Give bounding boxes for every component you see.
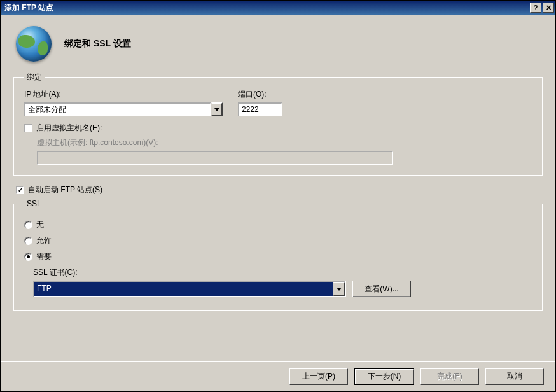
close-button[interactable]: ✕ bbox=[543, 3, 554, 13]
port-label: 端口(O): bbox=[238, 89, 282, 100]
ssl-cert-label: SSL 证书(C): bbox=[33, 268, 78, 277]
ip-address-label: IP 地址(A): bbox=[24, 89, 223, 100]
wizard-footer: 上一页(P) 下一步(N) 完成(F) 取消 bbox=[1, 361, 555, 391]
cancel-button[interactable]: 取消 bbox=[485, 368, 544, 385]
ssl-legend: SSL bbox=[24, 199, 44, 208]
check-icon: ✓ bbox=[18, 187, 23, 193]
finish-button: 完成(F) bbox=[420, 368, 479, 385]
ssl-none-radio[interactable] bbox=[24, 221, 32, 229]
ssl-require-label: 需要 bbox=[36, 251, 52, 262]
chevron-down-icon bbox=[337, 288, 342, 291]
enable-vhost-label: 启用虚拟主机名(E): bbox=[36, 123, 102, 134]
auto-start-checkbox[interactable]: ✓ bbox=[16, 186, 24, 194]
binding-group: 绑定 IP 地址(A): 端口(O): bbox=[13, 72, 543, 176]
view-cert-button[interactable]: 查看(W)... bbox=[352, 281, 411, 297]
wizard-header: 绑定和 SSL 设置 bbox=[13, 21, 543, 72]
ssl-cert-value: FTP bbox=[34, 282, 333, 296]
chevron-down-icon bbox=[214, 108, 219, 111]
auto-start-label: 自动启动 FTP 站点(S) bbox=[28, 185, 102, 195]
enable-vhost-checkbox[interactable] bbox=[24, 124, 32, 132]
ip-address-input[interactable] bbox=[24, 102, 211, 116]
ip-address-combo[interactable] bbox=[24, 102, 223, 116]
ssl-cert-dropdown-button[interactable] bbox=[333, 282, 345, 296]
previous-button[interactable]: 上一页(P) bbox=[289, 368, 348, 385]
window-title: 添加 FTP 站点 bbox=[4, 3, 530, 13]
binding-legend: 绑定 bbox=[24, 72, 45, 83]
dialog-window: 添加 FTP 站点 ? ✕ 绑定和 SSL 设置 绑定 IP 地址(A): bbox=[0, 0, 556, 392]
vhost-input bbox=[37, 151, 393, 165]
ssl-allow-radio[interactable] bbox=[24, 237, 32, 245]
titlebar: 添加 FTP 站点 ? ✕ bbox=[1, 1, 555, 15]
ssl-allow-label: 允许 bbox=[36, 235, 52, 246]
ssl-none-label: 无 bbox=[36, 220, 44, 230]
ssl-group: SSL 无 允许 需要 SSL 证书(C): FTP bbox=[13, 199, 543, 311]
ssl-require-radio[interactable] bbox=[24, 253, 32, 261]
vhost-label: 虚拟主机(示例: ftp.contoso.com)(V): bbox=[37, 138, 158, 147]
ip-address-dropdown-button[interactable] bbox=[211, 102, 223, 116]
ssl-cert-combo[interactable]: FTP bbox=[33, 281, 346, 297]
next-button[interactable]: 下一步(N) bbox=[354, 368, 414, 385]
help-button[interactable]: ? bbox=[530, 3, 541, 13]
page-title: 绑定和 SSL 设置 bbox=[64, 38, 131, 50]
radio-dot-icon bbox=[27, 255, 30, 258]
globe-icon bbox=[16, 26, 52, 62]
port-input[interactable] bbox=[238, 102, 282, 116]
